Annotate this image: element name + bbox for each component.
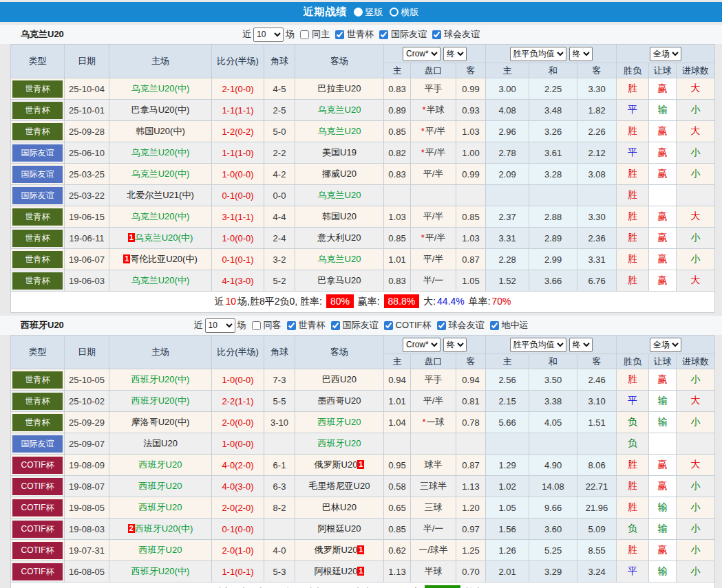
match-type-cell: 世青杯 [11, 78, 65, 100]
away-team: 韩国U20 [322, 211, 357, 221]
match-row: 国际友谊25-06-10乌克兰U20(中)1-1(1-0)2-2美国U190.8… [11, 142, 715, 164]
match-type-cell: 国际友谊 [11, 185, 65, 206]
result-goals: 小 [677, 519, 715, 540]
match-type-cell: 世青杯 [11, 249, 65, 270]
odds-home: 0.58 [384, 476, 411, 497]
result-outcome: 胜 [617, 249, 649, 270]
mean-draw [529, 433, 577, 455]
home-team: 西班牙U20 [139, 545, 182, 555]
match-row: COTIF杯16-08-05西班牙U20(中)1-1(0-1)5-3阿根廷U20… [11, 561, 715, 582]
handicap-value: 半球 [427, 105, 445, 115]
odds-away: 0.81 [456, 391, 486, 412]
league-checkbox[interactable] [287, 321, 296, 330]
summary-part: 80% [326, 294, 354, 308]
result-outcome: 胜 [617, 206, 649, 228]
result-outcome: 负 [617, 412, 649, 433]
match-type-cell: 国际友谊 [11, 433, 65, 455]
same-venue-checkbox[interactable] [300, 30, 309, 39]
result-outcome: 胜 [617, 455, 649, 476]
league-checkbox[interactable] [335, 30, 344, 39]
match-date: 19-06-07 [65, 249, 109, 270]
handicap-value: 平/半 [425, 147, 446, 157]
near-label: 近 [194, 319, 203, 331]
league-checkbox[interactable] [432, 30, 441, 39]
league-checkbox[interactable] [384, 321, 393, 330]
away-team: 西班牙U20 [318, 417, 361, 427]
layout-option-vertical[interactable]: 竖版 [354, 6, 383, 19]
odds-final-select[interactable]: 终 [443, 47, 467, 61]
mean-final-select[interactable]: 终 [569, 47, 593, 61]
sub-column-header: 盘口 [411, 354, 456, 369]
mean-home: 1.02 [486, 476, 529, 497]
match-row: 世青杯19-06-111乌克兰U20(中)1-0(0-0)2-4意大利U200.… [11, 228, 715, 249]
odds-handicap: *平/半 [411, 228, 456, 249]
sub-column-header: 盘口 [411, 63, 456, 78]
match-date: 19-07-31 [65, 540, 109, 561]
home-team: 乌克兰U20(中) [131, 211, 190, 221]
summary-part: 单率: [466, 296, 491, 307]
odds-handicap [411, 433, 456, 455]
summary-row: 近10场,胜5平2负3, 胜率: 50% 赢率: 44.4% 大:22.2% 单… [11, 582, 715, 588]
layout-option-horizontal[interactable]: 横版 [390, 6, 419, 19]
odds-source-select[interactable]: Crow* [403, 47, 440, 61]
league-checkbox[interactable] [331, 321, 340, 330]
result-goals: 小 [677, 497, 715, 519]
match-score: 1-0(0-0) [212, 369, 264, 391]
home-team: 摩洛哥U20(中) [131, 417, 190, 427]
mean-away: 8.55 [577, 540, 617, 561]
mean-draw: 3.48 [529, 100, 577, 121]
match-type-cell: COTIF杯 [11, 497, 65, 519]
mean-away [577, 185, 617, 206]
home-team: 乌克兰U20(中) [131, 275, 190, 285]
summary-part: 10 [225, 296, 236, 307]
match-count-select[interactable]: 10 [253, 28, 284, 42]
away-team-cell: 韩国U20 [295, 206, 384, 228]
match-score: 2-1(0-0) [212, 78, 264, 100]
home-team: 乌克兰U20(中) [131, 147, 190, 157]
match-date: 19-06-03 [65, 270, 109, 292]
odds-header-controls: 全场 [617, 336, 715, 354]
odds-final-select[interactable]: 终 [443, 338, 467, 352]
result-handicap [649, 433, 677, 455]
result-outcome: 平 [617, 142, 649, 164]
mean-away: 3.10 [577, 391, 617, 412]
column-header: 角球 [264, 45, 295, 78]
summary-part: 场,胜8平2负0, 胜率: [237, 296, 325, 307]
mean-home: 1.52 [486, 270, 529, 292]
league-checkbox[interactable] [437, 321, 446, 330]
odds-handicap: 平手 [411, 78, 456, 100]
mean-source-select[interactable]: 胜平负均值 [510, 338, 566, 352]
result-goals [677, 185, 715, 206]
league-checkbox[interactable] [379, 30, 388, 39]
same-venue-checkbox[interactable] [252, 321, 261, 330]
league-label: 地中运 [502, 319, 529, 331]
page-title: 近期战绩 [304, 6, 348, 19]
odds-source-select[interactable]: Crow* [403, 338, 440, 352]
mean-draw: 2.89 [529, 228, 577, 249]
scope-select[interactable]: 全场 [650, 338, 681, 352]
competition-badge: 世青杯 [12, 393, 63, 410]
mean-home: 1.56 [486, 519, 529, 540]
corner-score: 4-4 [264, 206, 295, 228]
handicap-value: 平/半 [425, 232, 446, 243]
result-goals: 小 [677, 540, 715, 561]
match-date: 25-09-07 [65, 433, 109, 455]
mean-home: 2.28 [486, 249, 529, 270]
scope-select[interactable]: 全场 [650, 47, 681, 61]
result-handicap: 赢 [649, 228, 677, 249]
away-team: 巴林U20 [322, 502, 357, 512]
sub-column-header: 主 [486, 63, 529, 78]
match-type-cell: 世青杯 [11, 100, 65, 121]
mean-final-select[interactable]: 终 [569, 338, 593, 352]
home-team-cell: 韩国U20(中) [109, 121, 212, 142]
away-team: 巴拉圭U20 [318, 83, 361, 94]
home-team-cell: 乌克兰U20(中) [109, 270, 212, 292]
league-checkbox[interactable] [490, 321, 499, 330]
match-score: 1-1(0-1) [212, 561, 264, 582]
mean-source-select[interactable]: 胜平负均值 [510, 47, 566, 61]
result-goals: 大 [677, 455, 715, 476]
result-handicap: 赢 [649, 78, 677, 100]
match-count-select[interactable]: 10 [205, 318, 235, 333]
competition-badge: 世青杯 [12, 371, 63, 389]
mean-draw: 14.08 [529, 476, 577, 497]
